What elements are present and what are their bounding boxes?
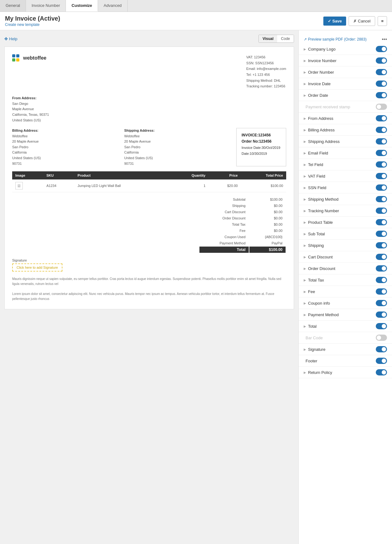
signature-box[interactable]: Click here to add Signature (12, 263, 62, 272)
panel-item-bar-code[interactable]: Bar Code (299, 332, 392, 344)
expand-icon-email-field[interactable]: ▶ (304, 151, 306, 155)
toggle-ssn-field[interactable] (376, 184, 387, 191)
toggle-footer[interactable] (376, 358, 387, 364)
expand-icon-return-policy[interactable]: ▶ (304, 371, 306, 374)
panel-item-from-address[interactable]: ▶ From Address (299, 113, 392, 124)
toggle-shipping-address[interactable] (376, 138, 387, 145)
toggle-return-policy[interactable] (376, 369, 387, 375)
panel-item-fee[interactable]: ▶ Fee (299, 286, 392, 297)
toggle-sub-total[interactable] (376, 231, 387, 237)
panel-item-order-discount[interactable]: ▶ Order Discount (299, 263, 392, 274)
panel-item-shipping[interactable]: ▶ Shipping (299, 240, 392, 251)
expand-icon-vat-field[interactable]: ▶ (304, 174, 306, 178)
expand-icon-sub-total[interactable]: ▶ (304, 232, 306, 236)
panel-item-total-tax[interactable]: ▶ Total Tax (299, 274, 392, 286)
expand-icon-shipping-method[interactable]: ▶ (304, 198, 306, 201)
tab-customize[interactable]: Customize (66, 0, 98, 12)
panel-item-footer[interactable]: Footer (299, 355, 392, 367)
expand-icon-company-logo[interactable]: ▶ (304, 47, 306, 51)
toggle-order-number[interactable] (376, 69, 387, 75)
toggle-company-logo[interactable] (376, 46, 387, 52)
toggle-shipping[interactable] (376, 242, 387, 248)
toggle-shipping-method[interactable] (376, 196, 387, 202)
expand-icon-shipping[interactable]: ▶ (304, 244, 306, 247)
menu-button[interactable]: ≡ (378, 16, 387, 26)
panel-item-payment-method[interactable]: ▶ Payment Method (299, 309, 392, 321)
panel-item-ssn-field[interactable]: ▶ SSN Field (299, 182, 392, 194)
tab-invoice-number[interactable]: Invoice Number (26, 0, 66, 12)
panel-item-tel-field[interactable]: ▶ Tel Field (299, 159, 392, 170)
save-button[interactable]: ✓ Save (323, 17, 346, 26)
panel-item-invoice-number[interactable]: ▶ Invoice Number (299, 55, 392, 66)
panel-item-sub-total[interactable]: ▶ Sub Total (299, 228, 392, 240)
toggle-invoice-date[interactable] (376, 81, 387, 87)
expand-icon-from-address[interactable]: ▶ (304, 117, 306, 120)
toggle-product-table[interactable] (376, 219, 387, 225)
tab-general[interactable]: General (0, 0, 26, 12)
help-button[interactable]: ✤ Help (4, 37, 17, 41)
expand-icon-signature[interactable]: ▶ (304, 348, 306, 351)
toggle-cart-discount[interactable] (376, 254, 387, 260)
toggle-signature[interactable] (376, 346, 387, 352)
toggle-order-discount[interactable] (376, 265, 387, 272)
panel-item-payment-received-stamp[interactable]: Payment received stamp (299, 101, 392, 113)
expand-icon-total-tax[interactable]: ▶ (304, 278, 306, 282)
expand-icon-order-date[interactable]: ▶ (304, 94, 306, 97)
visual-view-button[interactable]: Visual (259, 35, 277, 42)
expand-icon-cart-discount[interactable]: ▶ (304, 255, 306, 259)
panel-item-product-table[interactable]: ▶ Product Table (299, 217, 392, 228)
panel-more-button[interactable]: ••• (382, 37, 387, 42)
expand-icon-shipping-address[interactable]: ▶ (304, 140, 306, 143)
expand-icon-fee[interactable]: ▶ (304, 290, 306, 293)
toggle-fee[interactable] (376, 288, 387, 295)
toggle-order-date[interactable] (376, 92, 387, 98)
toggle-coupon-info[interactable] (376, 300, 387, 306)
expand-icon-total[interactable]: ▶ (304, 325, 306, 328)
panel-item-order-date[interactable]: ▶ Order Date (299, 90, 392, 101)
create-template-link[interactable]: Create new template (5, 22, 40, 27)
preview-pdf-link[interactable]: ↗ Preview sample PDF (Order: 2883) (304, 37, 366, 42)
expand-icon-coupon-info[interactable]: ▶ (304, 301, 306, 305)
toggle-vat-field[interactable] (376, 173, 387, 179)
expand-icon-tel-field[interactable]: ▶ (304, 163, 306, 166)
toggle-billing-address[interactable] (376, 127, 387, 133)
panel-item-tracking-number[interactable]: ▶ Tracking Number (299, 205, 392, 217)
expand-icon-order-number[interactable]: ▶ (304, 71, 306, 74)
toggle-payment-method[interactable] (376, 311, 387, 318)
panel-item-shipping-method[interactable]: ▶ Shipping Method (299, 194, 392, 205)
panel-item-order-number[interactable]: ▶ Order Number (299, 66, 392, 78)
expand-icon-tracking-number[interactable]: ▶ (304, 209, 306, 213)
panel-item-invoice-date[interactable]: ▶ Invoice Date (299, 78, 392, 90)
panel-item-total[interactable]: ▶ Total (299, 321, 392, 332)
expand-icon-payment-method[interactable]: ▶ (304, 313, 306, 316)
panel-item-shipping-address[interactable]: ▶ Shipping Address (299, 136, 392, 147)
left-panel: ✤ Help Visual Code webtoffee (0, 30, 298, 544)
toggle-payment-received-stamp[interactable] (376, 104, 387, 110)
panel-item-cart-discount[interactable]: ▶ Cart Discount (299, 251, 392, 263)
panel-item-coupon-info[interactable]: ▶ Coupon info (299, 297, 392, 309)
toggle-email-field[interactable] (376, 150, 387, 156)
expand-icon-invoice-date[interactable]: ▶ (304, 82, 306, 86)
expand-icon-product-table[interactable]: ▶ (304, 221, 306, 224)
toggle-from-address[interactable] (376, 115, 387, 121)
toggle-invoice-number[interactable] (376, 57, 387, 64)
panel-item-signature[interactable]: ▶ Signature (299, 344, 392, 355)
panel-item-return-policy[interactable]: ▶ Return Policy (299, 367, 392, 378)
tab-advanced[interactable]: Advanced (98, 0, 128, 12)
code-view-button[interactable]: Code (277, 35, 294, 42)
panel-item-email-field[interactable]: ▶ Email Field (299, 147, 392, 159)
panel-item-left-bar-code: Bar Code (304, 336, 323, 340)
toggle-tel-field[interactable] (376, 161, 387, 168)
expand-icon-invoice-number[interactable]: ▶ (304, 59, 306, 62)
expand-icon-billing-address[interactable]: ▶ (304, 128, 306, 132)
panel-item-billing-address[interactable]: ▶ Billing Address (299, 124, 392, 136)
expand-icon-order-discount[interactable]: ▶ (304, 267, 306, 270)
panel-item-vat-field[interactable]: ▶ VAT Field (299, 170, 392, 182)
expand-icon-ssn-field[interactable]: ▶ (304, 186, 306, 189)
panel-item-company-logo[interactable]: ▶ Company Logo (299, 43, 392, 55)
toggle-total-tax[interactable] (376, 277, 387, 283)
toggle-total[interactable] (376, 323, 387, 329)
toggle-tracking-number[interactable] (376, 208, 387, 214)
toggle-bar-code[interactable] (376, 335, 387, 341)
cancel-button[interactable]: ✗ Cancel (349, 16, 375, 26)
